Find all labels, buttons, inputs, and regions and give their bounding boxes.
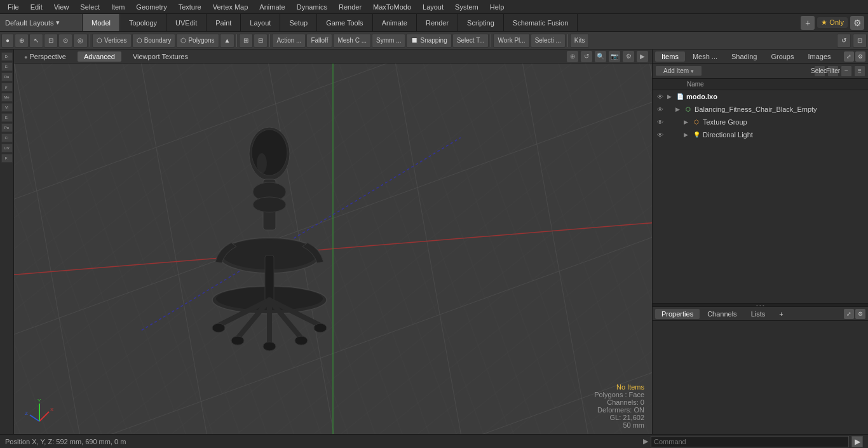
kits-btn[interactable]: Kits [570, 34, 590, 48]
tab-properties[interactable]: Properties [655, 309, 700, 319]
menu-vertex-map[interactable]: Vertex Map [208, 2, 254, 12]
vp-settings-icon[interactable]: ⚙ [623, 51, 634, 62]
symmetry-btn[interactable]: Symm ... [372, 34, 405, 48]
layout-tab-render[interactable]: Render [417, 14, 458, 31]
sidebar-btn-e2[interactable]: E: [1, 113, 13, 122]
vertices-mode-btn[interactable]: ⬡ Vertices [92, 34, 132, 48]
tab-channels[interactable]: Channels [701, 309, 743, 319]
mesh-constraint-btn[interactable]: Mesh C ... [333, 34, 371, 48]
action-btn[interactable]: Action ... [272, 34, 306, 48]
eye-icon-lxo[interactable]: 👁 [655, 92, 665, 102]
tab-groups[interactable]: Groups [764, 51, 800, 62]
falloff-btn[interactable]: Falloff [306, 34, 332, 48]
wire-mode-btn[interactable]: ⊟ [254, 34, 268, 48]
layout-tab-scripting[interactable]: Scripting [458, 14, 504, 31]
menu-maxtomodo[interactable]: MaxToModo [368, 2, 416, 12]
eye-icon-texture[interactable]: 👁 [655, 117, 665, 127]
tree-item-modo-lxo[interactable]: 👁 ▶ 📄 modo.lxo [653, 90, 868, 103]
vp-camera-icon[interactable]: 📷 [609, 51, 620, 62]
tab-lists[interactable]: Lists [745, 309, 772, 319]
viewport-canvas[interactable]: No Items Polygons : Face Channels: 0 Def… [14, 64, 652, 434]
props-expand-btn[interactable]: ⤢ [844, 309, 854, 319]
work-plane-btn[interactable]: Work Pl... [493, 34, 529, 48]
menu-item[interactable]: Item [106, 2, 130, 12]
layout-tab-setup[interactable]: Setup [280, 14, 317, 31]
menu-animate[interactable]: Animate [254, 2, 290, 12]
rotate-view-btn[interactable]: ↺ [837, 34, 851, 48]
expand-lxo[interactable]: ▶ [667, 93, 674, 100]
snapping-btn[interactable]: 🔲 Snapping [406, 34, 451, 48]
sidebar-btn-e[interactable]: E: [1, 62, 13, 71]
command-run-btn[interactable]: ▶ [851, 436, 863, 447]
settings-icon[interactable]: ⚙ [850, 16, 864, 30]
vp-maximize-icon[interactable]: ▶ [637, 51, 648, 62]
expand-light[interactable]: ▶ [684, 132, 690, 138]
layout-tab-gametools[interactable]: Game Tools [317, 14, 373, 31]
lasso-select-btn[interactable]: ⊙ [58, 34, 72, 48]
tab-mesh[interactable]: Mesh ... [686, 51, 724, 62]
expand-texture[interactable]: ▶ [684, 119, 690, 125]
sidebar-btn-c[interactable]: C: [1, 133, 13, 142]
sidebar-btn-dup[interactable]: Du [1, 72, 13, 81]
menu-layout[interactable]: Layout [417, 2, 449, 12]
star-only-button[interactable]: ★ Only [817, 17, 848, 28]
items-tree[interactable]: 👁 ▶ 📄 modo.lxo 👁 ▶ ⬡ Balancing_Fitness_C… [653, 90, 868, 303]
tree-item-chair[interactable]: 👁 ▶ ⬡ Balancing_Fitness_Chair_Black_Empt… [653, 103, 868, 116]
layout-tab-model[interactable]: Model [83, 14, 120, 31]
props-settings-btn[interactable]: ⚙ [855, 309, 865, 319]
add-props-tab-btn[interactable]: + [773, 309, 789, 319]
filter-button[interactable]: Filter [827, 65, 839, 77]
tab-advanced[interactable]: Advanced [78, 51, 121, 62]
tab-viewport-textures[interactable]: Viewport Textures [126, 51, 194, 62]
box-select-btn[interactable]: ⊡ [44, 34, 58, 48]
expand-chair[interactable]: ▶ [675, 106, 682, 112]
menu-file[interactable]: File [3, 2, 24, 12]
add-item-button[interactable]: Add Item ▾ [655, 65, 702, 76]
menu-texture[interactable]: Texture [173, 2, 207, 12]
crosshair-tool-btn[interactable]: ⊕ [15, 34, 29, 48]
more-button[interactable]: ≡ [854, 65, 865, 77]
menu-help[interactable]: Help [485, 2, 510, 12]
circle-tool-btn[interactable]: ● [1, 34, 14, 48]
tab-images[interactable]: Images [801, 51, 837, 62]
selection-sets-btn[interactable]: Selecti ... [531, 34, 566, 48]
layout-tab-layout[interactable]: Layout [241, 14, 280, 31]
add-layout-button[interactable]: + [801, 16, 815, 30]
menu-render[interactable]: Render [334, 2, 367, 12]
eye-icon-chair[interactable]: 👁 [655, 104, 665, 114]
select-button[interactable]: Select [814, 65, 825, 77]
sidebar-btn-po[interactable]: Po [1, 123, 13, 132]
sidebar-btn-p[interactable]: p: [1, 83, 13, 92]
sidebar-btn-d[interactable]: D: [1, 52, 13, 61]
menu-view[interactable]: View [49, 2, 74, 12]
tree-item-dir-light[interactable]: 👁 ▶ 💡 Directional Light [653, 128, 868, 141]
tab-items[interactable]: Items [655, 51, 685, 62]
menu-dynamics[interactable]: Dynamics [292, 2, 332, 12]
sidebar-btn-uv[interactable]: UV [1, 144, 13, 153]
layout-tab-topology[interactable]: Topology [120, 14, 166, 31]
menu-select[interactable]: Select [75, 2, 105, 12]
menu-system[interactable]: System [450, 2, 484, 12]
menu-edit[interactable]: Edit [25, 2, 48, 12]
panel-settings-btn[interactable]: ⚙ [855, 51, 865, 62]
display-mode-btn[interactable]: ⊞ [239, 34, 253, 48]
layout-tab-paint[interactable]: Paint [207, 14, 241, 31]
polygons-mode-btn[interactable]: ⬡ Polygons [176, 34, 219, 48]
menu-geometry[interactable]: Geometry [131, 2, 172, 12]
vp-zoom-icon[interactable]: 🔍 [595, 51, 606, 62]
tree-item-texture-group[interactable]: 👁 ▶ ⬡ Texture Group [653, 116, 868, 128]
circle-select-btn[interactable]: ◎ [73, 34, 88, 48]
layout-dropdown[interactable]: Default Layouts ▾ [0, 14, 83, 31]
boundary-mode-btn[interactable]: ⬡ Boundary [132, 34, 176, 48]
tab-shading[interactable]: Shading [725, 51, 763, 62]
select-transform-btn[interactable]: Select T... [452, 34, 489, 48]
minus-button[interactable]: − [841, 65, 852, 77]
layout-tab-animate[interactable]: Animate [373, 14, 417, 31]
sidebar-btn-me[interactable]: Me [1, 93, 13, 102]
vp-move-icon[interactable]: ⊕ [567, 51, 578, 62]
tris-btn[interactable]: ▲ [220, 34, 235, 48]
panel-expand-btn[interactable]: ⤢ [844, 51, 854, 62]
eye-icon-light[interactable]: 👁 [655, 130, 665, 140]
vp-rotate-icon[interactable]: ↺ [581, 51, 592, 62]
command-input[interactable] [651, 436, 849, 447]
